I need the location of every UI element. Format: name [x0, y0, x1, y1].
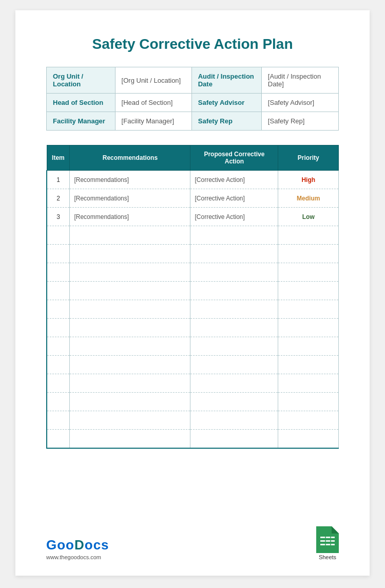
- table-row: [47, 263, 339, 282]
- item-number: [47, 300, 70, 319]
- info-right-label: Safety Rep: [191, 112, 261, 131]
- priority-cell: [278, 245, 339, 263]
- info-right-label: Audit / Inspection Date: [191, 67, 261, 94]
- page: Safety Corrective Action Plan Org Unit /…: [15, 10, 370, 576]
- logo-d: D: [74, 537, 85, 553]
- item-number: 1: [47, 171, 70, 189]
- priority-cell: [278, 374, 339, 393]
- logo-url: www.thegoodocs.com: [46, 554, 109, 560]
- table-row: [47, 226, 339, 245]
- logo: GooDocs www.thegoodocs.com: [46, 537, 109, 560]
- action-cell: [190, 411, 278, 430]
- recommendations-cell: [70, 337, 190, 356]
- page-title: Safety Corrective Action Plan: [46, 36, 339, 52]
- table-row: [47, 282, 339, 300]
- action-cell: [190, 356, 278, 374]
- sheets-icon-container: Sheets: [316, 526, 339, 560]
- recommendations-cell: [70, 226, 190, 245]
- priority-cell: [278, 226, 339, 245]
- info-left-value: [Org Unit / Location]: [115, 67, 191, 94]
- item-number: [47, 226, 70, 245]
- priority-cell: [278, 282, 339, 300]
- item-number: [47, 430, 70, 448]
- priority-cell: Low: [278, 208, 339, 226]
- item-number: [47, 411, 70, 430]
- info-left-value: [Facility Manager]: [115, 112, 191, 131]
- recommendations-cell: [70, 356, 190, 374]
- item-number: [47, 393, 70, 411]
- priority-cell: [278, 356, 339, 374]
- svg-marker-1: [332, 526, 339, 534]
- action-cell: [190, 374, 278, 393]
- col-header-recommendations: Recommendations: [70, 145, 190, 171]
- action-cell: [Corrective Action]: [190, 208, 278, 226]
- table-row: [47, 337, 339, 356]
- recommendations-cell: [Recommendations]: [70, 189, 190, 208]
- action-cell: [190, 300, 278, 319]
- priority-cell: [278, 411, 339, 430]
- item-number: 2: [47, 189, 70, 208]
- info-grid: Org Unit / Location [Org Unit / Location…: [46, 67, 339, 131]
- info-left-label: Org Unit / Location: [47, 67, 116, 94]
- recommendations-cell: [Recommendations]: [70, 171, 190, 189]
- table-row: [47, 393, 339, 411]
- info-right-value: [Audit / Inspection Date]: [261, 67, 338, 94]
- item-number: [47, 282, 70, 300]
- action-cell: [190, 263, 278, 282]
- table-row: [47, 245, 339, 263]
- priority-cell: [278, 430, 339, 448]
- sheets-svg-icon: [316, 526, 339, 553]
- col-header-priority: Priority: [278, 145, 339, 171]
- table-row: 3 [Recommendations] [Corrective Action] …: [47, 208, 339, 226]
- table-row: [47, 356, 339, 374]
- table-row: [47, 319, 339, 337]
- recommendations-cell: [70, 430, 190, 448]
- action-cell: [Corrective Action]: [190, 171, 278, 189]
- recommendations-cell: [70, 411, 190, 430]
- item-number: [47, 356, 70, 374]
- recommendations-cell: [Recommendations]: [70, 208, 190, 226]
- action-cell: [Corrective Action]: [190, 189, 278, 208]
- action-cell: [190, 337, 278, 356]
- item-number: [47, 263, 70, 282]
- table-row: 1 [Recommendations] [Corrective Action] …: [47, 171, 339, 189]
- action-cell: [190, 430, 278, 448]
- svg-rect-3: [320, 540, 335, 542]
- item-number: 3: [47, 208, 70, 226]
- recommendations-cell: [70, 319, 190, 337]
- action-cell: [190, 282, 278, 300]
- svg-rect-4: [320, 544, 335, 545]
- info-row-0: Org Unit / Location [Org Unit / Location…: [47, 67, 339, 94]
- recommendations-cell: [70, 263, 190, 282]
- info-row-2: Facility Manager [Facility Manager] Safe…: [47, 112, 339, 131]
- action-cell: [190, 393, 278, 411]
- info-right-value: [Safety Rep]: [261, 112, 338, 131]
- main-table: Item Recommendations Proposed Corrective…: [46, 145, 339, 449]
- logo-text: GooDocs: [46, 537, 109, 553]
- priority-cell: High: [278, 171, 339, 189]
- item-number: [47, 337, 70, 356]
- info-right-value: [Safety Advisor]: [261, 94, 338, 112]
- item-number: [47, 374, 70, 393]
- item-number: [47, 245, 70, 263]
- footer: GooDocs www.thegoodocs.com Sheets: [46, 526, 339, 560]
- col-header-action: Proposed Corrective Action: [190, 145, 278, 171]
- info-left-label: Head of Section: [47, 94, 116, 112]
- recommendations-cell: [70, 393, 190, 411]
- recommendations-cell: [70, 282, 190, 300]
- recommendations-cell: [70, 300, 190, 319]
- priority-cell: [278, 319, 339, 337]
- col-header-item: Item: [47, 145, 70, 171]
- recommendations-cell: [70, 374, 190, 393]
- table-row: [47, 300, 339, 319]
- action-cell: [190, 226, 278, 245]
- action-cell: [190, 319, 278, 337]
- table-row: [47, 374, 339, 393]
- priority-cell: [278, 263, 339, 282]
- sheets-label: Sheets: [319, 554, 336, 560]
- priority-cell: [278, 300, 339, 319]
- priority-cell: Medium: [278, 189, 339, 208]
- priority-cell: [278, 393, 339, 411]
- info-row-1: Head of Section [Head of Section] Safety…: [47, 94, 339, 112]
- svg-rect-2: [320, 537, 335, 538]
